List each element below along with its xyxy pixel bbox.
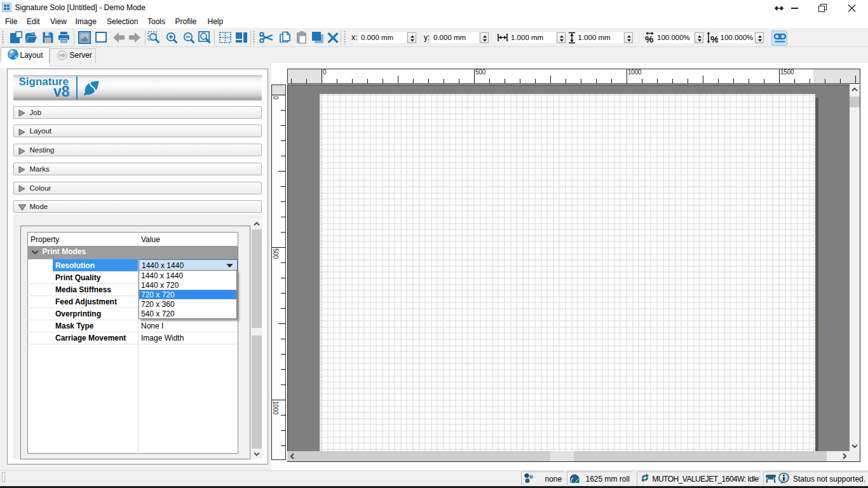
svg-text:%: % <box>710 34 718 44</box>
svg-text:%: % <box>645 34 653 44</box>
